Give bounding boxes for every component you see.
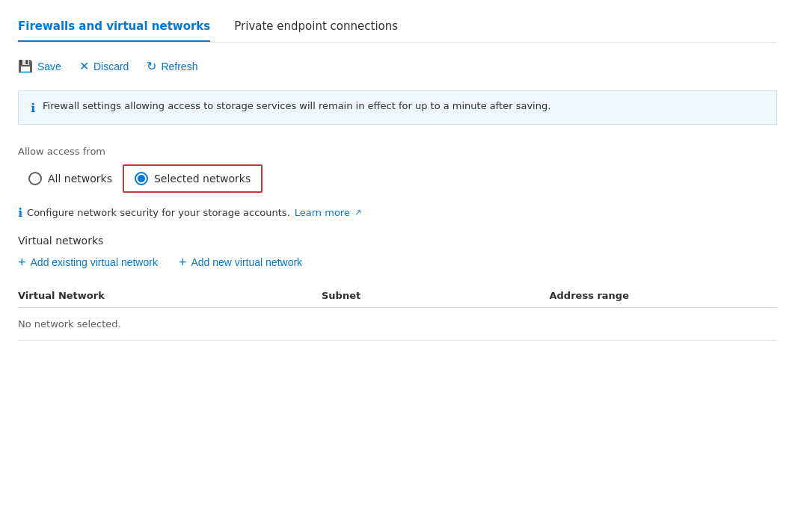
col-header-vnet: Virtual Network xyxy=(18,284,322,308)
refresh-label: Refresh xyxy=(161,61,197,72)
virtual-networks-section: Virtual networks + Add existing virtual … xyxy=(18,235,777,341)
tab-private-endpoint[interactable]: Private endpoint connections xyxy=(234,12,398,42)
table-header-row: Virtual Network Subnet Address range xyxy=(18,284,777,308)
radio-all-networks[interactable]: All networks xyxy=(18,166,123,191)
col-header-addr: Address range xyxy=(550,284,778,308)
radio-circle-selected xyxy=(135,172,148,185)
configure-info-icon: ℹ xyxy=(18,205,22,220)
radio-label-all: All networks xyxy=(48,173,112,185)
info-banner: ℹ Firewall settings allowing access to s… xyxy=(18,90,777,125)
refresh-button[interactable]: ↻ Refresh xyxy=(147,58,197,75)
discard-icon: ✕ xyxy=(79,61,89,72)
save-icon: 💾 xyxy=(18,61,33,72)
discard-label: Discard xyxy=(93,61,129,72)
radio-label-selected: Selected networks xyxy=(154,173,251,185)
allow-access-section: Allow access from All networks Selected … xyxy=(18,146,777,193)
learn-more-link[interactable]: Learn more xyxy=(295,207,350,218)
table-empty-row: No network selected. xyxy=(18,308,777,341)
radio-circle-all xyxy=(28,172,42,185)
vnet-section-title: Virtual networks xyxy=(18,235,777,247)
table-empty-message: No network selected. xyxy=(18,308,777,341)
radio-group: All networks Selected networks xyxy=(18,164,777,193)
radio-selected-networks[interactable]: Selected networks xyxy=(123,164,263,193)
col-header-subnet: Subnet xyxy=(322,284,550,308)
info-icon: ℹ xyxy=(31,101,35,115)
vnet-actions: + Add existing virtual network + Add new… xyxy=(18,256,777,269)
add-new-plus-icon: + xyxy=(179,256,187,269)
tab-bar: Firewalls and virtual networks Private e… xyxy=(18,12,777,43)
toolbar: 💾 Save ✕ Discard ↻ Refresh xyxy=(18,58,777,75)
add-existing-plus-icon: + xyxy=(18,256,26,269)
tab-firewalls[interactable]: Firewalls and virtual networks xyxy=(18,12,210,42)
save-button[interactable]: 💾 Save xyxy=(18,58,61,75)
add-existing-vnet-label: Add existing virtual network xyxy=(31,256,158,268)
add-new-vnet-label: Add new virtual network xyxy=(191,256,302,268)
refresh-icon: ↻ xyxy=(147,61,156,72)
add-existing-vnet-button[interactable]: + Add existing virtual network xyxy=(18,256,158,269)
configure-info: ℹ Configure network security for your st… xyxy=(18,205,777,220)
allow-access-label: Allow access from xyxy=(18,146,777,157)
add-new-vnet-button[interactable]: + Add new virtual network xyxy=(179,256,302,269)
discard-button[interactable]: ✕ Discard xyxy=(79,58,129,75)
configure-info-text: Configure network security for your stor… xyxy=(27,207,290,218)
page-container: Firewalls and virtual networks Private e… xyxy=(0,0,795,532)
vnet-table: Virtual Network Subnet Address range No … xyxy=(18,284,777,341)
info-banner-text: Firewall settings allowing access to sto… xyxy=(43,100,550,111)
external-link-icon: ↗ xyxy=(354,208,361,217)
save-label: Save xyxy=(37,61,61,72)
